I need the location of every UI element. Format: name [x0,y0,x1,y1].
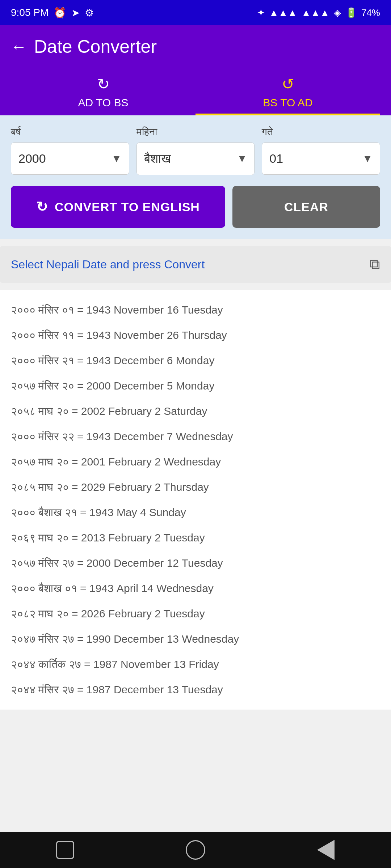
day-label: गते [262,126,380,138]
tab-ad-bs-label: AD TO BS [78,97,129,115]
year-dropdown-arrow: ▼ [112,153,122,165]
tab-active-indicator [196,114,380,115]
tab-bs-to-ad[interactable]: ↺ BS TO AD [196,68,380,115]
header-title-row: ← Date Converter [11,36,380,57]
back-icon [317,840,335,860]
list-item: २००० बैशाख २१ = 1943 May 4 Sunday [11,500,380,525]
copy-icon[interactable]: ⧉ [370,256,380,273]
signal2-icon: ▲▲▲ [302,7,329,18]
status-left: 9:05 PM ⏰ ➤ ⚙ [11,7,94,19]
list-item: २०८५ माघ २० = 2029 February 2 Thursday [11,475,380,500]
nav-recents-button[interactable] [52,837,78,863]
list-item: २०४७ मंसिर २७ = 1990 December 13 Wednesd… [11,626,380,652]
home-icon [186,840,205,860]
list-item: २०८२ माघ २० = 2026 February 2 Tuesday [11,601,380,626]
list-item: २००० मंसिर ११ = 1943 November 26 Thursda… [11,323,380,348]
navigation-icon: ➤ [71,7,80,19]
signal-icon: ▲▲▲ [269,7,297,18]
day-dropdown-arrow: ▼ [362,153,373,165]
date-selector-row: बर्ष 2000 ▼ महिना बैशाख ▼ गते 01 ▼ [11,126,380,175]
alarm-icon: ⏰ [54,7,66,19]
tab-ad-to-bs[interactable]: ↻ AD TO BS [11,68,196,115]
status-bar: 9:05 PM ⏰ ➤ ⚙ ✦ ▲▲▲ ▲▲▲ ◈ 🔋 74% [0,0,391,25]
bs-to-ad-icon: ↺ [282,75,294,93]
month-dropdown-arrow: ▼ [237,153,247,165]
convert-icon: ↻ [36,199,48,215]
history-list: २००० मंसिर ०१ = 1943 November 16 Tuesday… [0,290,391,710]
day-select[interactable]: 01 ▼ [262,142,380,175]
nav-back-button[interactable] [313,837,339,863]
list-item: २०४४ कार्तिक २७ = 1987 November 13 Frida… [11,652,380,677]
month-field: महिना बैशाख ▼ [136,126,255,175]
list-item: २०६९ माघ २० = 2013 February 2 Tuesday [11,525,380,550]
convert-label: CONVERT TO ENGLISH [55,200,200,214]
month-value: बैशाख [144,152,171,166]
action-button-row: ↻ CONVERT TO ENGLISH CLEAR [11,186,380,228]
tab-bs-ad-label: BS TO AD [263,97,312,115]
battery-level: 74% [361,7,380,18]
list-item: २०५७ मंसिर २० = 2000 December 5 Monday [11,373,380,399]
nav-home-button[interactable] [183,837,208,863]
day-field: गते 01 ▼ [262,126,380,175]
list-item: २००० मंसिर २१ = 1943 December 6 Monday [11,348,380,373]
bluetooth-icon: ✦ [257,7,265,18]
content-area: बर्ष 2000 ▼ महिना बैशाख ▼ गते 01 ▼ ↻ CON… [0,115,391,239]
list-item: २००० बैशाख ०१ = 1943 April 14 Wednesday [11,576,380,601]
day-value: 01 [269,152,283,166]
header: ← Date Converter ↻ AD TO BS ↺ BS TO AD [0,25,391,115]
year-field: बर्ष 2000 ▼ [11,126,129,175]
list-item: २००० मंसिर २२ = 1943 December 7 Wednesda… [11,424,380,449]
wifi-icon: ◈ [334,7,341,18]
month-select[interactable]: बैशाख ▼ [136,142,255,175]
bottom-navigation [0,832,391,868]
status-right: ✦ ▲▲▲ ▲▲▲ ◈ 🔋 74% [257,7,380,18]
list-item: २०५७ माघ २० = 2001 February 2 Wednesday [11,449,380,475]
recents-icon [56,841,74,859]
time-display: 9:05 PM [11,7,49,18]
year-select[interactable]: 2000 ▼ [11,142,129,175]
page-title: Date Converter [34,36,157,57]
convert-button[interactable]: ↻ CONVERT TO ENGLISH [11,186,225,228]
list-item: २००० मंसिर ०१ = 1943 November 16 Tuesday [11,297,380,323]
result-text: Select Nepali Date and press Convert [11,258,205,271]
list-item: २०५७ मंसिर २७ = 2000 December 12 Tuesday [11,550,380,576]
year-label: बर्ष [11,126,129,138]
back-button[interactable]: ← [11,38,27,56]
settings-icon: ⚙ [85,7,94,19]
battery-icon: 🔋 [345,7,357,18]
clear-button[interactable]: CLEAR [232,186,380,228]
result-area: Select Nepali Date and press Convert ⧉ [0,246,391,283]
year-value: 2000 [18,152,46,166]
tab-bar: ↻ AD TO BS ↺ BS TO AD [11,68,380,115]
list-item: २०४४ मंसिर २७ = 1987 December 13 Tuesday [11,677,380,702]
month-label: महिना [136,126,255,138]
list-item: २०५८ माघ २० = 2002 February 2 Saturday [11,399,380,424]
ad-to-bs-icon: ↻ [97,75,110,93]
